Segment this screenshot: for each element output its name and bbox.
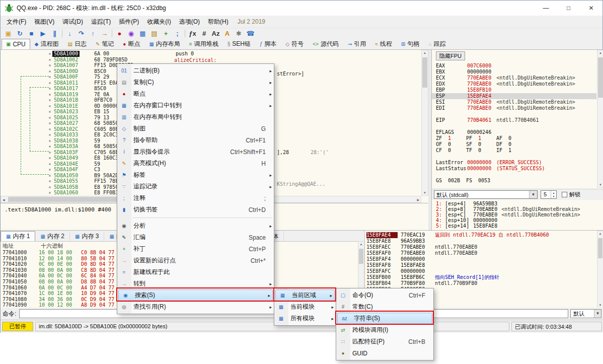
scroll-left-icon[interactable]: ◀ <box>3 196 5 202</box>
stack-scrollbar[interactable]: ▲ ▼ <box>597 231 603 308</box>
disasm-row[interactable]: 5D8A10006A 00push 0 <box>1 51 421 57</box>
register-row[interactable]: OF0SF0DF0 <box>432 141 596 148</box>
argument-count-stepper[interactable]: 5 ▲ ▼ <box>541 190 557 199</box>
step-over-icon[interactable]: ↷ <box>76 29 87 39</box>
context-menu-item-instruction-help[interactable]: ?指令帮助Ctrl+F1 <box>117 134 274 146</box>
restart-icon[interactable]: ↻ <box>14 29 26 39</box>
context-menu-item-toggle-bookmark[interactable]: ▮切换书签Ctrl+D <box>117 204 274 215</box>
register-row[interactable]: CF0TF0IF1 <box>432 148 596 154</box>
scroll-down-icon[interactable]: ▼ <box>422 191 428 194</box>
scroll-thumb[interactable] <box>359 249 363 264</box>
stop-icon[interactable]: ■ <box>26 29 37 39</box>
callconv-arg-row[interactable]: 3:[esp+C]770EABE0<ntdll.DbgUiRemoteBreak… <box>432 212 602 217</box>
chevron-down-icon[interactable]: ▼ <box>594 310 601 318</box>
menubar-item[interactable]: 收藏夹(I) <box>143 16 175 28</box>
callconv-arg-row[interactable]: 2:[esp+8]770EABE0<ntdll.DbgUiRemoteBreak… <box>432 206 602 212</box>
highlight-icon[interactable]: A <box>221 29 233 39</box>
context-menu-item-find-references[interactable]: ◎查找引用(R)▸ <box>117 301 274 313</box>
tab-symbols[interactable]: ◇符号 <box>281 39 309 49</box>
preferences-icon[interactable]: ✱ <box>233 29 245 39</box>
registers-scrollbar[interactable]: ▲ ▼ <box>597 50 603 188</box>
run-to-user-code-icon[interactable]: → <box>99 29 110 39</box>
register-row[interactable]: EDI770EABE0<ntdll.DbgUiRemoteBreakin> <box>432 105 596 111</box>
register-row[interactable]: EIP770B4061ntdll.770B4061 <box>432 117 596 123</box>
tab-seh[interactable]: §SEH链 <box>223 39 255 49</box>
context-menu-item-mnemonic-brief[interactable]: i显示指令提示Ctrl+Shift+F1 <box>117 146 274 158</box>
register-row[interactable]: LastError00000000(ERROR_SUCCESS) <box>432 160 596 166</box>
register-row[interactable]: GS002BFS0053 <box>432 178 596 184</box>
comment-icon[interactable]: ; <box>172 29 183 39</box>
memory-map-icon[interactable]: ▦ <box>137 29 148 39</box>
context-menu-item-graph[interactable]: ◇制图G <box>117 123 274 134</box>
pause-icon[interactable]: ∥ <box>49 29 60 39</box>
help-phone-icon[interactable]: ☎ <box>245 29 256 39</box>
context-menu-item-copy[interactable]: ▤复制(C)▸ <box>117 77 274 88</box>
register-row[interactable]: EBX00000000 <box>432 69 596 75</box>
tab-threads[interactable]: ≈线程 <box>370 39 397 49</box>
menubar-item[interactable]: 调试(D) <box>58 16 87 28</box>
stack-row[interactable]: 15E8FB04770B9F80ntdll.770B9F80 <box>365 280 597 286</box>
search-submenu-item-intermodular-calls[interactable]: ⇄跨模块调用(I) <box>336 324 433 336</box>
register-row[interactable]: EFLAGS00000246 <box>432 129 596 135</box>
register-row[interactable]: ESP15E8FAE4 <box>432 93 596 99</box>
context-menu-item-analysis[interactable]: ◉分析▸ <box>117 220 274 232</box>
tab-graph[interactable]: ◆流程图 <box>30 39 63 49</box>
context-menu-item-patch[interactable]: +补丁Ctrl+P <box>117 243 274 255</box>
hide-fpu-button[interactable]: 隐藏FPU <box>436 51 465 60</box>
trace-record-icon[interactable]: ◉ <box>125 29 137 39</box>
search-submenu-item-pattern[interactable]: ∷匹配特征(P)Ctrl+B <box>336 336 433 347</box>
bottom-tab-memory-2[interactable]: ▦内存 2 <box>35 231 69 241</box>
run-icon[interactable]: ▶ <box>37 29 49 39</box>
stack-row[interactable]: 15E8FAFC00000000 <box>365 268 597 274</box>
stack-row[interactable]: 15E8FAF400000000 <box>365 256 597 262</box>
open-file-icon[interactable]: ▣ <box>3 29 14 39</box>
menubar-item[interactable]: 追踪(T) <box>87 16 115 28</box>
register-row[interactable]: LastStatus00000000(STATUS_SUCCESS) <box>432 166 596 172</box>
scroll-right-icon[interactable]: ▶ <box>417 196 419 202</box>
step-into-icon[interactable]: ↓ <box>64 29 76 39</box>
stack-row[interactable]: 15E8FAEC770EABE0ntdll.770EABE0 <box>365 244 597 250</box>
stack-row[interactable]: 15E8FB0015E8FB6C指向SEH_Record[1]的指针 <box>365 274 597 280</box>
calling-convention-select[interactable]: 默认 (stdcall) ▼ <box>434 190 538 199</box>
context-menu-item-set-new-origin[interactable]: →设置新的运行点Ctrl+* <box>117 255 274 266</box>
tab-notes[interactable]: ✎笔记 <box>91 39 118 49</box>
scroll-thumb[interactable] <box>422 57 427 88</box>
register-row[interactable]: EBP15E8FB10 <box>432 87 596 93</box>
command-profile-select[interactable]: 默认 ▼ <box>570 309 601 318</box>
spin-down-icon[interactable]: ▼ <box>551 194 556 198</box>
menubar-item[interactable]: 视图(V) <box>30 16 58 28</box>
context-menu-item-follow-in-dump[interactable]: ▦在内存窗口中转到▸ <box>117 100 274 111</box>
context-menu-item-new-thread-here[interactable]: ≈新建线程于此 <box>117 266 274 278</box>
register-row[interactable]: EAX007C6000 <box>432 63 596 69</box>
chevron-down-icon[interactable]: ▼ <box>529 191 537 198</box>
context-menu-item-follow-in-memory-map[interactable]: ▥在内存布局中转到 <box>117 111 274 123</box>
menubar-item[interactable]: 插件(P) <box>115 16 143 28</box>
constant-icon[interactable]: # <box>198 29 210 39</box>
scroll-down-icon[interactable]: ▼ <box>597 183 603 186</box>
callconv-arg-row[interactable]: 1:[esp+4]96A59BB3 <box>432 201 602 206</box>
context-menu-item-comment[interactable]: ;注释; <box>117 192 274 204</box>
stack-row[interactable]: 15E8FAE896A59BB3 <box>365 238 597 244</box>
scroll-down-icon[interactable]: ▼ <box>597 304 603 307</box>
disasm-vertical-scrollbar[interactable]: ▲ ▼ <box>421 50 428 196</box>
tab-trace[interactable]: ∴跟踪 <box>424 39 450 49</box>
scroll-thumb[interactable] <box>598 238 602 258</box>
search-submenu-item-guid[interactable]: ●GUID <box>336 347 433 359</box>
maximize-button[interactable]: □ <box>557 1 580 16</box>
context-menu-item-assemble[interactable]: ✎汇编Space <box>117 232 274 243</box>
context-menu-item-binary[interactable]: 01二进制(B)▸ <box>117 65 274 77</box>
context-menu-item-label[interactable]: ⚑标签▸ <box>117 169 274 181</box>
execute-till-return-icon[interactable]: ↑ <box>87 29 99 39</box>
callconv-arg-row[interactable]: 5:[esp+14]15E8FAE8 <box>432 223 602 229</box>
bottom-tab-memory-3[interactable]: ▦内存 3 <box>70 231 104 241</box>
callconv-arg-row[interactable]: 4:[esp+10]00000000 <box>432 217 602 223</box>
scope-submenu-item-current-module[interactable]: ▦当前模块▸ <box>274 301 336 313</box>
tab-log[interactable]: ▤日志 <box>63 39 91 49</box>
tab-breakpoints[interactable]: ●断点 <box>118 39 144 49</box>
menubar-item[interactable]: 文件(F) <box>3 16 30 28</box>
tab-references[interactable]: ⇒引用 <box>343 39 370 49</box>
scope-submenu-item-all-modules[interactable]: ▦所有模块▸ <box>274 313 336 324</box>
menubar-item[interactable]: 选项(O) <box>175 16 204 28</box>
unlock-checkbox[interactable]: 解锁 <box>562 191 580 198</box>
checkbox-icon[interactable] <box>562 192 567 197</box>
